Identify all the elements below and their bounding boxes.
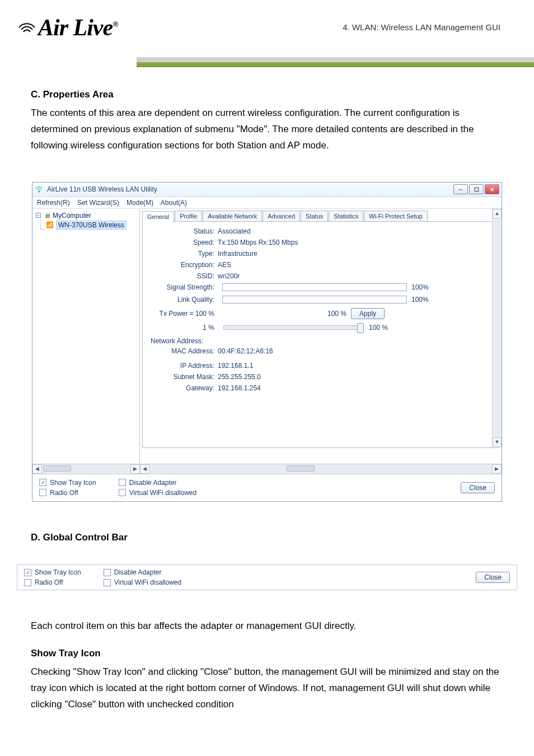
txpower-slider[interactable] [223, 325, 363, 330]
virtual-wifi-checkbox[interactable]: Virtual WiFi disallowed [119, 489, 197, 497]
tab-status[interactable]: Status [301, 211, 328, 221]
svg-point-0 [39, 191, 40, 193]
speed-label: Speed: [151, 239, 218, 246]
link-quality-percent: 100% [411, 296, 429, 304]
encryption-value: AES [218, 261, 231, 269]
section-d-text: Each control item on this bar affects th… [31, 618, 503, 634]
mac-label: MAC Address: [151, 347, 218, 355]
show-tray-checkbox-mini[interactable]: ✓ Show Tray Icon [24, 568, 81, 576]
checkbox-unchecked-icon [24, 579, 31, 586]
tree-root-label: MyComputer [53, 212, 91, 220]
network-address-label: Network Address: [151, 337, 491, 345]
apply-button[interactable]: Apply [351, 308, 385, 319]
radio-off-checkbox[interactable]: Radio Off [39, 489, 96, 497]
menu-about[interactable]: About(A) [161, 199, 187, 207]
mini-control-bar: ✓ Show Tray Icon Radio Off Disable Adapt… [17, 564, 517, 590]
minimize-button[interactable]: ─ [453, 184, 468, 194]
adapter-icon: 📶 [46, 221, 54, 228]
speed-value: Tx:150 Mbps Rx:150 Mbps [218, 239, 298, 246]
signal-strength-label: Signal Strength: [151, 283, 218, 291]
ssid-value: wn200r [218, 272, 240, 280]
tab-general[interactable]: General [142, 211, 174, 222]
checkbox-unchecked-icon [39, 489, 46, 496]
checkbox-unchecked-icon [104, 579, 111, 586]
radio-off-checkbox-mini[interactable]: Radio Off [24, 578, 81, 586]
breadcrumb: 4. WLAN: Wireless LAN Management GUI [343, 22, 500, 32]
checkbox-unchecked-icon [119, 479, 126, 486]
form-pane: General Profile Available Network Advanc… [140, 209, 502, 464]
scroll-left-icon[interactable]: ◀ [32, 464, 42, 474]
ssid-label: SSID: [151, 272, 218, 280]
show-tray-title: Show Tray Icon [31, 646, 503, 662]
show-tray-label: Show Tray Icon [50, 479, 96, 487]
computer-icon: 🖥 [44, 212, 50, 219]
menu-refresh[interactable]: Refresh(R) [37, 199, 70, 207]
global-control-bar: ✓ Show Tray Icon Radio Off Disable Adapt… [32, 474, 502, 501]
wifi-icon [17, 15, 37, 42]
subnet-label: Subnet Mask: [151, 373, 218, 381]
tab-advanced[interactable]: Advanced [263, 211, 300, 221]
scroll-right-icon[interactable]: ▶ [492, 464, 502, 474]
disable-adapter-checkbox[interactable]: Disable Adapter [119, 479, 197, 487]
checkbox-checked-icon: ✓ [24, 569, 31, 576]
tab-strip: General Profile Available Network Advanc… [140, 209, 502, 221]
txpower-label: Tx Power = 100 % [151, 310, 218, 318]
show-tray-text: Checking "Show Tray Icon" and clicking "… [31, 664, 503, 713]
disable-adapter-label-mini: Disable Adapter [114, 568, 162, 576]
tab-statistics[interactable]: Statistics [329, 211, 363, 221]
virtual-wifi-checkbox-mini[interactable]: Virtual WiFi disallowed [104, 578, 182, 586]
tree-root[interactable]: − 🖥 MyComputer [35, 211, 137, 220]
tree-child[interactable]: 📶 WN-370USB Wireless [35, 220, 137, 230]
menu-setwizard[interactable]: Set Wizard(S) [77, 199, 119, 207]
section-d-title: D. Global Control Bar [31, 530, 503, 546]
vertical-scrollbar[interactable]: ▲ ▼ [492, 209, 502, 447]
tab-profile[interactable]: Profile [175, 211, 202, 221]
close-button-mini[interactable]: Close [476, 572, 510, 583]
gateway-label: Gateway: [151, 384, 218, 392]
tab-available-network[interactable]: Available Network [203, 211, 262, 221]
radio-off-label-mini: Radio Off [35, 578, 63, 586]
status-value: Associated [218, 227, 251, 235]
signal-strength-percent: 100% [411, 283, 429, 291]
show-tray-checkbox[interactable]: ✓ Show Tray Icon [39, 479, 96, 487]
checkbox-unchecked-icon [104, 569, 111, 576]
form-horizontal-scrollbar[interactable]: ◀ ▶ [140, 464, 502, 474]
menubar: Refresh(R) Set Wizard(S) Mode(M) About(A… [32, 197, 502, 209]
titlebar[interactable]: AirLive 11n USB Wireless LAN Utility ─ ☐… [32, 183, 502, 197]
virtual-wifi-label: Virtual WiFi disallowed [129, 489, 197, 497]
tab-wifi-protect[interactable]: Wi-Fi Protect Setup [364, 211, 427, 221]
type-label: Type: [151, 250, 218, 258]
ip-value: 192.168.1.1 [218, 362, 253, 370]
status-label: Status: [151, 227, 218, 235]
checkbox-checked-icon: ✓ [39, 479, 46, 486]
txpower-bar-value: 100 % [327, 310, 346, 318]
radio-off-label: Radio Off [50, 489, 78, 497]
maximize-button[interactable]: ☐ [469, 184, 484, 194]
close-button[interactable]: Close [461, 482, 495, 493]
scroll-right-icon[interactable]: ▶ [130, 464, 140, 474]
type-value: Infrastructure [218, 250, 257, 258]
disable-adapter-label: Disable Adapter [129, 479, 177, 487]
signal-strength-bar [222, 283, 407, 291]
app-window: AirLive 11n USB Wireless LAN Utility ─ ☐… [32, 182, 502, 502]
gateway-value: 192.168.1.254 [218, 384, 261, 392]
tab-body: Status:Associated Speed:Tx:150 Mbps Rx:1… [142, 221, 499, 448]
scroll-left-icon[interactable]: ◀ [140, 464, 149, 474]
virtual-wifi-label-mini: Virtual WiFi disallowed [114, 578, 182, 586]
disable-adapter-checkbox-mini[interactable]: Disable Adapter [104, 568, 182, 576]
tree-horizontal-scrollbar[interactable]: ◀ ▶ [32, 464, 140, 474]
section-c-title: C. Properties Area [31, 87, 503, 103]
close-window-button[interactable]: ✕ [485, 184, 499, 194]
show-tray-label-mini: Show Tray Icon [35, 568, 81, 576]
scroll-down-icon[interactable]: ▼ [493, 437, 502, 447]
link-quality-label: Link Quality: [151, 296, 218, 304]
section-c-text: The contents of this area are dependent … [31, 105, 503, 154]
tree-collapse-icon[interactable]: − [36, 213, 41, 218]
subnet-value: 255.255.255.0 [218, 373, 261, 381]
menu-mode[interactable]: Mode(M) [127, 199, 153, 207]
mac-value: 00:4F:62:12:A6:16 [218, 347, 273, 355]
slider-thumb[interactable] [357, 323, 364, 333]
tree-pane: − 🖥 MyComputer 📶 WN-370USB Wireless [32, 209, 140, 464]
brand-logo: Air Live® [0, 0, 118, 43]
scroll-up-icon[interactable]: ▲ [493, 209, 502, 218]
